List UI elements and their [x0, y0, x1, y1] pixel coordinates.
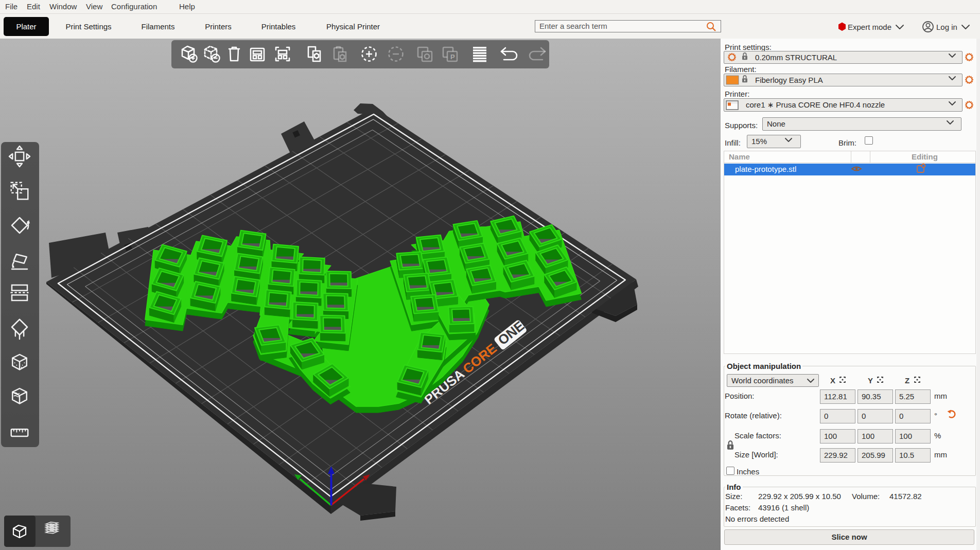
svg-text:Log in: Log in — [936, 23, 957, 31]
svg-text:P: P — [450, 53, 455, 61]
svg-text:Expert mode: Expert mode — [848, 23, 891, 31]
